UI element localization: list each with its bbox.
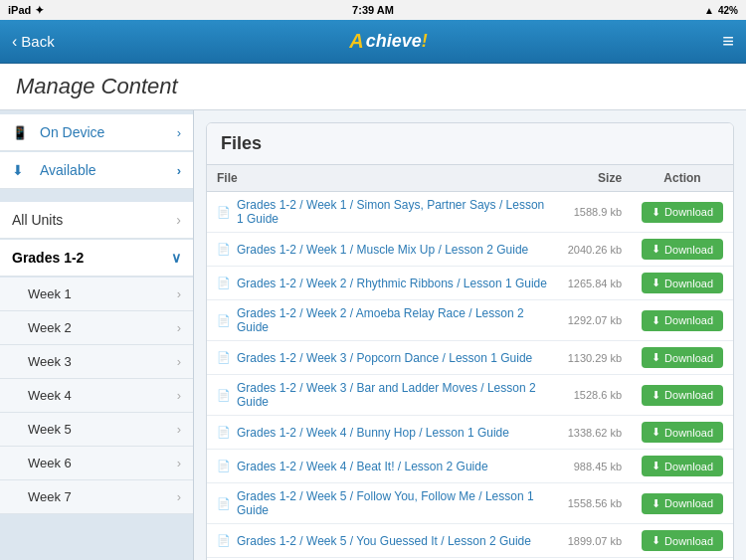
week-7-label: Week 7 (28, 489, 177, 504)
table-row: 📄Grades 1-2 / Week 3 / Popcorn Dance / L… (207, 341, 733, 375)
file-path-cell: 📄Grades 1-2 / Week 4 / Bunny Hop / Lesso… (207, 416, 558, 450)
download-arrow-icon: ⬇ (652, 389, 660, 402)
col-size-header: Size (558, 165, 632, 192)
download-button[interactable]: ⬇Download (642, 273, 723, 293)
status-bar: iPad ✦ 7:39 AM ▲ 42% (0, 0, 746, 20)
files-table-head: File Size Action (207, 165, 733, 192)
sidebar-item-week-3[interactable]: Week 3 › (0, 345, 193, 379)
sidebar-item-week-4[interactable]: Week 4 › (0, 379, 193, 413)
sidebar-item-available[interactable]: ⬇ Available › (0, 152, 193, 189)
week-2-chevron-icon: › (177, 320, 181, 335)
sidebar-item-week-1[interactable]: Week 1 › (0, 278, 193, 311)
sidebar-item-week-2[interactable]: Week 2 › (0, 311, 193, 345)
download-button[interactable]: ⬇Download (642, 310, 723, 331)
file-size-cell: 1338.62 kb (558, 416, 632, 450)
download-button[interactable]: ⬇Download (642, 239, 723, 260)
wifi-icon: ✦ (35, 4, 44, 17)
download-button[interactable]: ⬇Download (642, 493, 723, 514)
week-7-chevron-icon: › (177, 489, 181, 504)
file-path-label: Grades 1-2 / Week 1 / Simon Says, Partne… (237, 198, 548, 226)
nav-bar: ‹ Back A chieve! ≡ (0, 20, 746, 64)
file-doc-icon: 📄 (217, 206, 231, 219)
status-left: iPad ✦ (8, 4, 44, 17)
download-button[interactable]: ⬇Download (642, 385, 723, 406)
week-6-chevron-icon: › (177, 456, 181, 470)
grades-1-2-chevron-icon: ∨ (171, 250, 181, 266)
files-table: File Size Action 📄Grades 1-2 / Week 1 / … (207, 165, 733, 560)
week-1-chevron-icon: › (177, 286, 181, 301)
week-2-label: Week 2 (28, 320, 177, 335)
download-button[interactable]: ⬇Download (642, 422, 723, 443)
file-path-cell: 📄Grades 1-2 / Week 2 / Amoeba Relay Race… (207, 300, 558, 341)
file-path-cell: 📄Grades 1-2 / Week 3 / Popcorn Dance / L… (207, 341, 558, 375)
file-action-cell: ⬇Download (632, 416, 733, 450)
download-label: Download (664, 352, 713, 364)
download-label: Download (664, 206, 713, 218)
file-doc-icon: 📄 (217, 426, 231, 439)
sidebar-top-section: 📱 On Device › ⬇ Available › (0, 110, 193, 194)
content-area: Files File Size Action 📄Grades 1-2 / Wee… (194, 110, 746, 560)
week-1-label: Week 1 (28, 286, 177, 301)
table-row: 📄Grades 1-2 / Week 5 / Follow You, Follo… (207, 483, 733, 524)
file-doc-icon: 📄 (217, 497, 231, 510)
back-chevron-icon: ‹ (12, 33, 17, 51)
file-path-label: Grades 1-2 / Week 3 / Popcorn Dance / Le… (237, 351, 532, 365)
file-path-cell: 📄Grades 1-2 / Week 4 / Beat It! / Lesson… (207, 450, 558, 483)
sidebar-item-all-units[interactable]: All Units › (0, 202, 193, 239)
app-logo: A chieve! (349, 30, 428, 53)
page-title: Manage Content (16, 74, 730, 99)
file-path-label: Grades 1-2 / Week 4 / Beat It! / Lesson … (237, 460, 488, 473)
back-label: Back (21, 33, 54, 50)
file-path-label: Grades 1-2 / Week 5 / You Guessed It / L… (237, 534, 531, 548)
table-row: 📄Grades 1-2 / Week 2 / Amoeba Relay Race… (207, 300, 733, 341)
file-action-cell: ⬇Download (632, 341, 733, 375)
sidebar: 📱 On Device › ⬇ Available › All Units › … (0, 110, 194, 560)
week-5-label: Week 5 (28, 422, 177, 437)
file-size-cell: 1130.29 kb (558, 341, 632, 375)
download-button[interactable]: ⬇Download (642, 530, 723, 551)
battery-label: 42% (718, 5, 738, 16)
files-title: Files (221, 133, 262, 153)
file-action-cell: ⬇Download (632, 524, 733, 558)
sidebar-item-week-6[interactable]: Week 6 › (0, 447, 193, 480)
download-label: Download (664, 461, 713, 472)
table-row: 📄Grades 1-2 / Week 1 / Simon Says, Partn… (207, 192, 733, 233)
file-doc-icon: 📄 (217, 314, 231, 327)
file-size-cell: 1528.6 kb (558, 375, 632, 416)
file-size-cell: 988.45 kb (558, 450, 632, 483)
download-arrow-icon: ⬇ (652, 243, 660, 256)
device-icon: 📱 (12, 125, 32, 140)
file-path-cell: 📄Grades 1-2 / Week 1 / Muscle Mix Up / L… (207, 233, 558, 267)
download-arrow-icon: ⬇ (652, 460, 660, 472)
download-button[interactable]: ⬇Download (642, 456, 723, 476)
sidebar-item-week-5[interactable]: Week 5 › (0, 413, 193, 447)
download-label: Download (664, 278, 713, 289)
back-button[interactable]: ‹ Back (12, 33, 55, 51)
files-panel: Files File Size Action 📄Grades 1-2 / Wee… (206, 122, 734, 560)
all-units-label: All Units (12, 212, 176, 228)
file-path-label: Grades 1-2 / Week 2 / Rhythmic Ribbons /… (237, 277, 547, 290)
file-action-cell: ⬇Download (632, 300, 733, 341)
file-action-cell: ⬇Download (632, 233, 733, 267)
available-chevron-icon: › (177, 163, 181, 178)
download-label: Download (664, 427, 713, 439)
download-arrow-icon: ⬇ (652, 534, 660, 547)
file-doc-icon: 📄 (217, 460, 231, 472)
available-label: Available (40, 162, 177, 178)
on-device-label: On Device (40, 124, 177, 140)
menu-button[interactable]: ≡ (722, 30, 734, 53)
file-doc-icon: 📄 (217, 243, 231, 256)
sidebar-item-grades-1-2[interactable]: Grades 1-2 ∨ (0, 240, 193, 277)
download-button[interactable]: ⬇Download (642, 347, 723, 368)
file-doc-icon: 📄 (217, 351, 231, 364)
download-button[interactable]: ⬇Download (642, 202, 723, 223)
sidebar-item-week-7[interactable]: Week 7 › (0, 480, 193, 514)
col-file-header: File (207, 165, 558, 192)
week-5-chevron-icon: › (177, 422, 181, 437)
download-arrow-icon: ⬇ (652, 206, 660, 219)
table-row: 📄Grades 1-2 / Week 4 / Bunny Hop / Lesso… (207, 416, 733, 450)
week-3-chevron-icon: › (177, 354, 181, 369)
status-time: 7:39 AM (352, 4, 394, 16)
file-path-cell: 📄Grades 1-2 / Week 1 / Simon Says, Partn… (207, 192, 558, 233)
sidebar-item-on-device[interactable]: 📱 On Device › (0, 114, 193, 151)
